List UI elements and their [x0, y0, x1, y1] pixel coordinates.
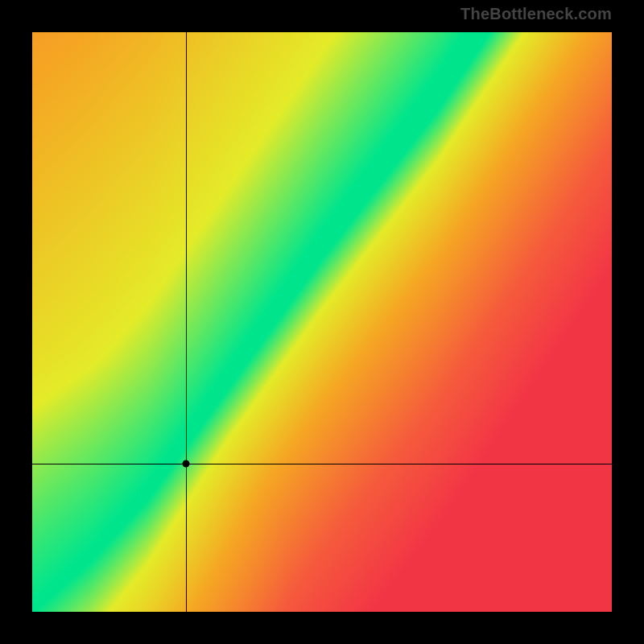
chart-frame: TheBottleneck.com [0, 0, 644, 644]
heatmap-canvas [32, 32, 612, 612]
plot-area [32, 32, 612, 612]
watermark-text: TheBottleneck.com [460, 5, 612, 23]
